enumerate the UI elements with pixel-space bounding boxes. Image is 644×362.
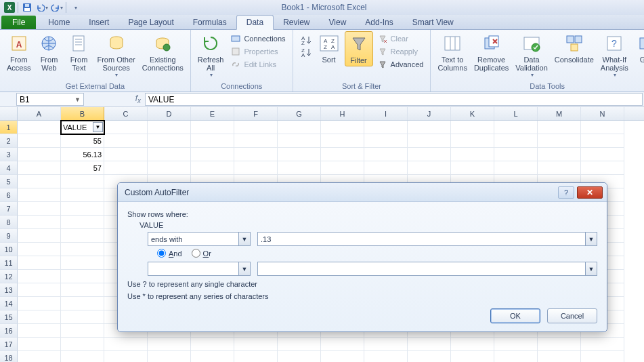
edit-links-button[interactable]: Edit Links	[228, 58, 288, 71]
cell-C3[interactable]	[104, 148, 148, 161]
cell-A3[interactable]	[18, 148, 61, 161]
cell-H2[interactable]	[321, 134, 364, 148]
column-header-G[interactable]: G	[278, 107, 321, 120]
cell-F3[interactable]	[234, 148, 278, 161]
cell-F18[interactable]	[234, 351, 278, 362]
cell-L4[interactable]	[494, 161, 538, 175]
cell-G2[interactable]	[278, 134, 321, 148]
cell-G18[interactable]	[278, 351, 321, 362]
criteria2-value-combo[interactable]: ▼	[257, 262, 597, 276]
cell-A15[interactable]	[18, 310, 61, 324]
advanced-filter-button[interactable]: Advanced	[374, 58, 427, 71]
cell-H17[interactable]	[321, 338, 364, 351]
cell-M2[interactable]	[538, 134, 581, 148]
cell-F1[interactable]	[234, 121, 278, 134]
cell-A17[interactable]	[18, 338, 61, 351]
cell-M17[interactable]	[538, 338, 581, 351]
cell-L18[interactable]	[494, 351, 538, 362]
cell-B2[interactable]: 55	[61, 134, 104, 148]
cell-B5[interactable]	[61, 175, 104, 188]
row-header-6[interactable]: 6	[0, 188, 18, 202]
dialog-help-button[interactable]: ?	[558, 186, 574, 199]
cell-B3[interactable]: 56.13	[61, 148, 104, 161]
whatif-button[interactable]: ?What-If Analysis▾	[598, 31, 631, 79]
column-header-B[interactable]: B	[61, 107, 104, 120]
cell-M1[interactable]	[538, 121, 581, 134]
cell-B7[interactable]	[61, 202, 104, 216]
cell-G3[interactable]	[278, 148, 321, 161]
cell-K18[interactable]	[451, 351, 494, 362]
group-button[interactable]: Gro	[632, 31, 644, 65]
cell-K2[interactable]	[451, 134, 494, 148]
cell-L1[interactable]	[494, 121, 538, 134]
column-header-K[interactable]: K	[451, 107, 494, 120]
cell-N2[interactable]	[581, 134, 624, 148]
cell-A14[interactable]	[18, 297, 61, 310]
cell-D2[interactable]	[148, 134, 191, 148]
cell-F2[interactable]	[234, 134, 278, 148]
column-header-J[interactable]: J	[408, 107, 451, 120]
cell-I17[interactable]	[364, 338, 408, 351]
row-header-2[interactable]: 2	[0, 134, 18, 148]
from-web-button[interactable]: From Web	[35, 31, 63, 73]
cell-J18[interactable]	[408, 351, 451, 362]
row-header-3[interactable]: 3	[0, 148, 18, 161]
cell-B12[interactable]	[61, 270, 104, 283]
cell-N1[interactable]	[581, 121, 624, 134]
column-header-L[interactable]: L	[494, 107, 538, 120]
cell-A16[interactable]	[18, 324, 61, 338]
cell-H4[interactable]	[321, 161, 364, 175]
column-header-D[interactable]: D	[148, 107, 191, 120]
cell-I18[interactable]	[364, 351, 408, 362]
cell-A4[interactable]	[18, 161, 61, 175]
qat-undo-button[interactable]: ▾	[36, 1, 48, 14]
cell-A8[interactable]	[18, 216, 61, 229]
sort-asc-button[interactable]: AZ	[297, 34, 314, 46]
row-header-13[interactable]: 13	[0, 283, 18, 297]
cell-K4[interactable]	[451, 161, 494, 175]
cell-D3[interactable]	[148, 148, 191, 161]
cell-L17[interactable]	[494, 338, 538, 351]
tab-smartview[interactable]: Smart View	[403, 16, 463, 29]
text-to-columns-button[interactable]: Text to Columns	[435, 31, 469, 73]
column-header-F[interactable]: F	[234, 107, 278, 120]
cell-C1[interactable]	[104, 121, 148, 134]
refresh-all-button[interactable]: Refresh All▾	[195, 31, 227, 79]
cell-N3[interactable]	[581, 148, 624, 161]
qat-save-button[interactable]	[21, 1, 33, 14]
cell-A11[interactable]	[18, 256, 61, 270]
cell-B11[interactable]	[61, 256, 104, 270]
qat-customize-button[interactable]: ▾	[69, 1, 81, 14]
sort-desc-button[interactable]: ZA	[297, 46, 314, 58]
cell-A7[interactable]	[18, 202, 61, 216]
sort-button[interactable]: AZZASort	[315, 31, 343, 65]
cell-J1[interactable]	[408, 121, 451, 134]
cell-C18[interactable]	[104, 351, 148, 362]
row-header-11[interactable]: 11	[0, 256, 18, 270]
clear-filter-button[interactable]: Clear	[374, 33, 427, 45]
cell-B16[interactable]	[61, 324, 104, 338]
column-header-C[interactable]: C	[104, 107, 148, 120]
cell-B18[interactable]	[61, 351, 104, 362]
cell-J3[interactable]	[408, 148, 451, 161]
data-validation-button[interactable]: Data Validation▾	[513, 31, 551, 79]
cell-E17[interactable]	[191, 338, 234, 351]
cell-L2[interactable]	[494, 134, 538, 148]
row-header-15[interactable]: 15	[0, 310, 18, 324]
criteria2-operator-combo[interactable]: ▼	[148, 262, 251, 276]
filter-dropdown-button[interactable]: ▼	[93, 122, 103, 132]
row-header-7[interactable]: 7	[0, 202, 18, 216]
cell-E1[interactable]	[191, 121, 234, 134]
column-header-I[interactable]: I	[364, 107, 408, 120]
cell-M4[interactable]	[538, 161, 581, 175]
criteria1-value-combo[interactable]: .13▼	[257, 232, 597, 246]
cancel-button[interactable]: Cancel	[547, 308, 597, 323]
tab-addins[interactable]: Add-Ins	[356, 16, 402, 29]
cell-A6[interactable]	[18, 188, 61, 202]
cell-B10[interactable]	[61, 243, 104, 256]
remove-duplicates-button[interactable]: Remove Duplicates	[471, 31, 511, 73]
namebox-dropdown-icon[interactable]: ▼	[74, 96, 81, 103]
select-all-corner[interactable]	[0, 107, 18, 120]
cell-G1[interactable]	[278, 121, 321, 134]
cell-C2[interactable]	[104, 134, 148, 148]
